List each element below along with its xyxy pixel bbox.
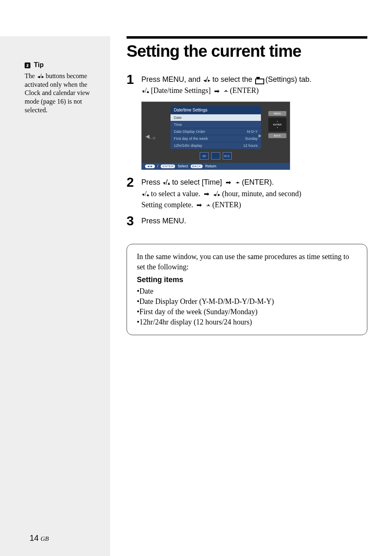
- tip-text: The / buttons become activated only when…: [25, 72, 103, 115]
- slot-icon: [211, 152, 220, 160]
- info-item: •First day of the week (Sunday/Monday): [137, 307, 357, 317]
- menu-row-time: Time: [171, 121, 261, 128]
- info-intro: In the same window, you can use the same…: [137, 252, 357, 272]
- arrow-down-up-icon: /: [141, 190, 149, 198]
- step-2-line-2: / to select a value. ➡ / (hour, minute, …: [141, 189, 367, 199]
- info-item: •Date Display Order (Y-M-D/M-D-Y/D-M-Y): [137, 297, 357, 307]
- tip-label: Tip: [34, 61, 44, 68]
- footer-arrows-icon: ◄►: [145, 164, 155, 168]
- info-box: In the same window, you can use the same…: [127, 244, 367, 335]
- device-screenshot: ◄ ←⊂ ► Date/time Settings Date Time Date…: [141, 102, 290, 170]
- info-heading: Setting items: [137, 275, 357, 285]
- step-number: 1: [127, 73, 141, 86]
- card-slots: SD M.S.: [171, 152, 261, 160]
- sd-slot-icon: SD: [200, 152, 209, 160]
- heading-rule: [127, 36, 367, 39]
- tip-heading: z̈ Tip: [25, 61, 103, 70]
- step-1-line-1: Press MENU, and / to select the (Setting…: [141, 74, 367, 85]
- main-content: Setting the current time 1 Press MENU, a…: [110, 36, 392, 556]
- step-1-line-2: / [Date/time Settings] ➡ -•- (ENTER): [141, 86, 367, 96]
- device-menu-button: MENU: [268, 111, 286, 116]
- footer-enter-pill: ENTER: [161, 164, 175, 168]
- device-arrow-right-icon: ►: [258, 133, 263, 139]
- step-3-line-1: Press MENU.: [141, 216, 367, 226]
- arrow-right-icon: ➡: [214, 87, 219, 96]
- tip-icon: z̈: [25, 63, 30, 68]
- menu-row-firstday: First day of the weekSunday: [171, 135, 261, 142]
- menu-row-date: Date: [171, 114, 261, 121]
- settings-icon: [255, 77, 263, 83]
- device-enter-dpad: •ENTER•: [268, 118, 286, 132]
- step-2-line-1: Press / to select [Time] ➡ -•- (ENTER).: [141, 177, 367, 188]
- arrow-right-icon: ➡: [226, 178, 231, 187]
- menu-row-order: Date Display OrderM-D-Y: [171, 128, 261, 135]
- page-title: Setting the current time: [127, 42, 367, 60]
- menu-row-12hr: 12hr/24hr display12 hours: [171, 142, 261, 149]
- step-number: 3: [127, 214, 141, 227]
- screenshot-footer: ◄► / ENTER Select BACK Return: [142, 163, 290, 169]
- step-number: 2: [127, 176, 141, 189]
- enter-icon: -•-: [206, 202, 210, 210]
- page-number: 14 GB: [30, 533, 49, 543]
- menu-header: Date/time Settings: [171, 106, 261, 114]
- arrow-left-right-icon: /: [212, 190, 220, 198]
- step-1: 1 Press MENU, and / to select the (Setti…: [127, 73, 367, 96]
- sidebar: z̈ Tip The / buttons become activated on…: [0, 36, 110, 556]
- step-2-line-3: Setting complete. ➡ -•- (ENTER): [141, 200, 367, 210]
- device-back-button: BACK: [268, 133, 286, 138]
- enter-icon: -•-: [224, 87, 227, 95]
- step-2: 2 Press / to select [Time] ➡ -•- (ENTER)…: [127, 176, 367, 210]
- arrow-down-up-icon: /: [162, 178, 170, 186]
- enter-icon: -•-: [235, 179, 239, 187]
- arrow-left-right-icon: /: [37, 72, 44, 79]
- arrow-right-icon: ➡: [196, 201, 202, 210]
- arrow-right-icon: ➡: [204, 190, 209, 199]
- arrow-down-up-icon: /: [141, 86, 149, 95]
- info-item: •Date: [137, 286, 357, 297]
- step-3: 3 Press MENU.: [127, 214, 367, 227]
- info-item: •12hr/24hr display (12 hours/24 hours): [137, 317, 357, 327]
- footer-back-pill: BACK: [191, 164, 203, 168]
- ms-slot-icon: M.S.: [223, 152, 232, 160]
- usb-icon: ←⊂: [148, 136, 156, 140]
- arrow-left-right-icon: /: [203, 75, 210, 83]
